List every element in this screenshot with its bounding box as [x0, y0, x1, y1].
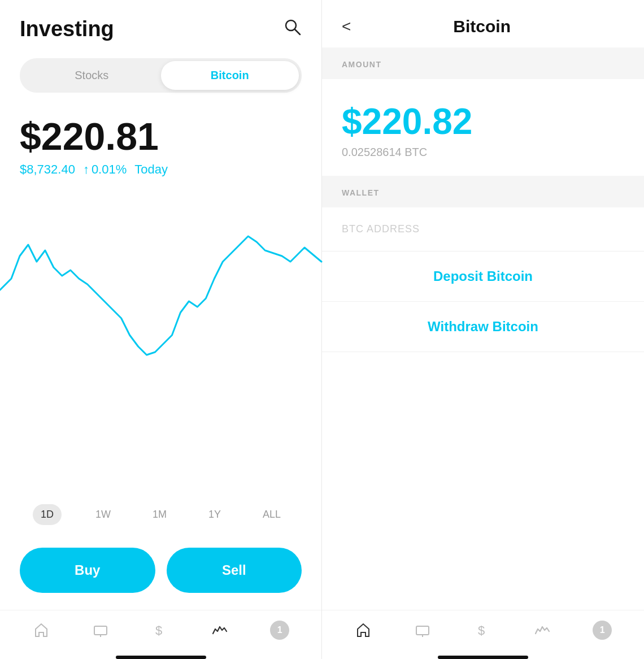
svg-text:$: $	[478, 623, 485, 638]
right-page-title: Bitcoin	[362, 17, 602, 36]
tab-stocks[interactable]: Stocks	[23, 61, 161, 90]
price-section: $220.81 $8,732.40 ↑ 0.01% Today	[0, 110, 321, 177]
withdraw-bitcoin-link[interactable]: Withdraw Bitcoin	[322, 302, 644, 352]
right-home-icon	[354, 621, 372, 639]
btc-address-row: BTC ADDRESS	[322, 207, 644, 252]
right-badge-count: 1	[600, 625, 605, 635]
nav-home[interactable]	[32, 621, 50, 639]
right-nav-chart[interactable]	[533, 621, 551, 639]
change-arrow: ↑	[83, 162, 89, 177]
right-chart-wave-icon	[533, 621, 551, 639]
right-dollar-icon: $	[473, 621, 491, 639]
left-bottom-nav: $ 1	[0, 610, 321, 651]
amount-section: $220.82 0.02528614 BTC	[322, 79, 644, 176]
right-badge-icon: 1	[593, 621, 612, 640]
time-filters: 1D 1W 1M 1Y ALL	[0, 493, 321, 536]
svg-rect-6	[416, 626, 429, 635]
sell-button[interactable]: Sell	[167, 548, 302, 593]
change-value: 0.01%	[92, 162, 127, 177]
wallet-section-label: WALLET	[322, 176, 644, 207]
dollar-icon: $	[151, 621, 169, 639]
nav-dollar[interactable]: $	[151, 621, 169, 639]
back-button[interactable]: <	[342, 18, 351, 36]
badge-icon: 1	[270, 621, 289, 640]
nav-chart[interactable]	[211, 621, 229, 639]
svg-text:$: $	[155, 623, 162, 638]
action-buttons: Buy Sell	[0, 536, 321, 610]
page-title: Investing	[20, 17, 114, 41]
right-nav-home[interactable]	[354, 621, 372, 639]
right-nav-dollar[interactable]: $	[473, 621, 491, 639]
filter-1w[interactable]: 1W	[88, 504, 119, 525]
svg-rect-2	[94, 626, 107, 635]
search-icon[interactable]	[284, 18, 302, 40]
nav-tv[interactable]	[92, 621, 110, 639]
badge-count: 1	[277, 625, 282, 635]
btc-price: $8,732.40	[20, 162, 75, 177]
left-home-indicator	[116, 656, 206, 659]
change-pct: ↑ 0.01%	[83, 162, 127, 177]
price-meta: $8,732.40 ↑ 0.01% Today	[20, 162, 302, 177]
home-icon	[32, 621, 50, 639]
amount-value: $220.82	[342, 102, 472, 141]
left-header: Investing	[0, 0, 321, 53]
svg-line-1	[295, 29, 300, 34]
left-panel: Investing Stocks Bitcoin $220.81 $8,732.…	[0, 0, 322, 659]
tab-bitcoin[interactable]: Bitcoin	[161, 61, 299, 90]
buy-button[interactable]: Buy	[20, 548, 155, 593]
today-label: Today	[134, 162, 168, 177]
main-price: $220.81	[20, 115, 302, 158]
filter-all[interactable]: ALL	[255, 504, 289, 525]
right-panel: < Bitcoin AMOUNT $220.82 0.02528614 BTC …	[322, 0, 644, 659]
tab-bar: Stocks Bitcoin	[20, 58, 302, 93]
filter-1m[interactable]: 1M	[145, 504, 175, 525]
amount-section-label: AMOUNT	[322, 47, 644, 79]
tv-icon	[92, 621, 110, 639]
deposit-bitcoin-link[interactable]: Deposit Bitcoin	[322, 252, 644, 302]
amount-btc: 0.02528614 BTC	[342, 146, 427, 159]
right-nav-tv[interactable]	[414, 621, 432, 639]
right-bottom-nav: $ 1	[322, 610, 644, 651]
nav-badge[interactable]: 1	[270, 621, 289, 640]
right-nav-badge[interactable]: 1	[593, 621, 612, 640]
filter-1d[interactable]: 1D	[33, 504, 62, 525]
chart-area	[0, 177, 321, 493]
btc-address-label: BTC ADDRESS	[342, 223, 420, 235]
chart-wave-icon	[211, 621, 229, 639]
filter-1y[interactable]: 1Y	[201, 504, 229, 525]
right-home-indicator	[438, 656, 528, 659]
right-header: < Bitcoin	[322, 0, 644, 47]
right-tv-icon	[414, 621, 432, 639]
